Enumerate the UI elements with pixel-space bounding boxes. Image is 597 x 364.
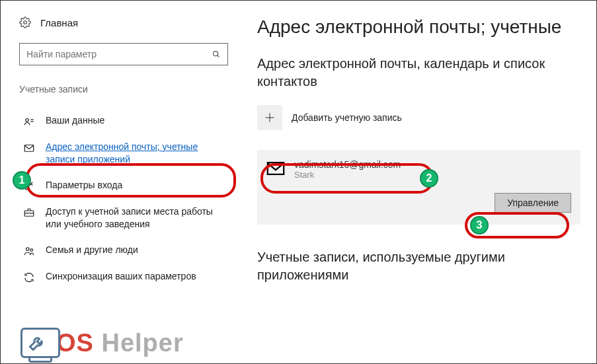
- manage-button[interactable]: Управление: [495, 193, 571, 213]
- person-card-icon: [23, 116, 35, 127]
- key-icon: [23, 180, 35, 192]
- search-box[interactable]: [19, 43, 228, 65]
- svg-point-10: [26, 247, 30, 250]
- section-heading-2: Учетные записи, используемые другими при…: [257, 248, 580, 284]
- add-account-button[interactable]: [257, 105, 282, 130]
- watermark: OS Helper: [20, 328, 184, 358]
- manage-label: Управление: [507, 198, 559, 208]
- svg-rect-6: [24, 145, 34, 152]
- monitor-icon: [20, 328, 60, 358]
- nav-label: Синхронизация ваших параметров: [46, 270, 196, 283]
- nav-label: Параметры входа: [46, 179, 122, 192]
- section-heading-1: Адрес электронной почты, календарь и спи…: [257, 55, 580, 91]
- svg-line-2: [218, 55, 219, 57]
- watermark-text: OS Helper: [56, 329, 184, 357]
- search-input[interactable]: [26, 49, 212, 59]
- account-item[interactable]: vadimstark15@gmail.com Stark Управление: [257, 150, 580, 225]
- svg-point-0: [24, 21, 27, 24]
- nav-email-accounts[interactable]: Адрес электронной почты; учетные записи …: [19, 134, 228, 172]
- gear-icon: [19, 17, 31, 28]
- wrench-icon: [28, 334, 46, 352]
- add-account-label: Добавить учетную запись: [292, 112, 402, 123]
- briefcase-icon: [23, 207, 35, 219]
- nav-family[interactable]: Семья и другие люди: [19, 237, 228, 264]
- nav-label: Семья и другие люди: [46, 244, 138, 256]
- section-title: Учетные записи: [19, 84, 228, 94]
- account-email: vadimstark15@gmail.com: [294, 159, 401, 170]
- svg-point-1: [214, 52, 218, 56]
- svg-point-7: [25, 186, 29, 190]
- nav-signin-options[interactable]: Параметры входа: [19, 172, 228, 199]
- page-title: Адрес электронной почты; учетные: [257, 17, 580, 38]
- nav-label: Ваши данные: [46, 114, 104, 127]
- search-icon: [212, 50, 221, 59]
- sync-icon: [23, 272, 35, 283]
- home-label: Главная: [40, 17, 78, 28]
- svg-point-11: [30, 248, 33, 251]
- nav-work-access[interactable]: Доступ к учетной записи места работы или…: [19, 199, 228, 237]
- home-link[interactable]: Главная: [19, 17, 228, 28]
- mail-icon: [23, 142, 35, 154]
- mail-icon: [266, 162, 285, 175]
- nav-sync[interactable]: Синхронизация ваших параметров: [19, 264, 228, 290]
- svg-rect-14: [268, 163, 284, 174]
- nav-your-info[interactable]: Ваши данные: [19, 108, 228, 134]
- people-icon: [23, 245, 35, 257]
- plus-icon: [263, 111, 276, 124]
- nav-label: Доступ к учетной записи места работы или…: [46, 205, 224, 231]
- account-name: Stark: [294, 170, 401, 180]
- nav-label: Адрес электронной почты; учетные записи …: [46, 141, 224, 166]
- svg-point-3: [26, 119, 29, 122]
